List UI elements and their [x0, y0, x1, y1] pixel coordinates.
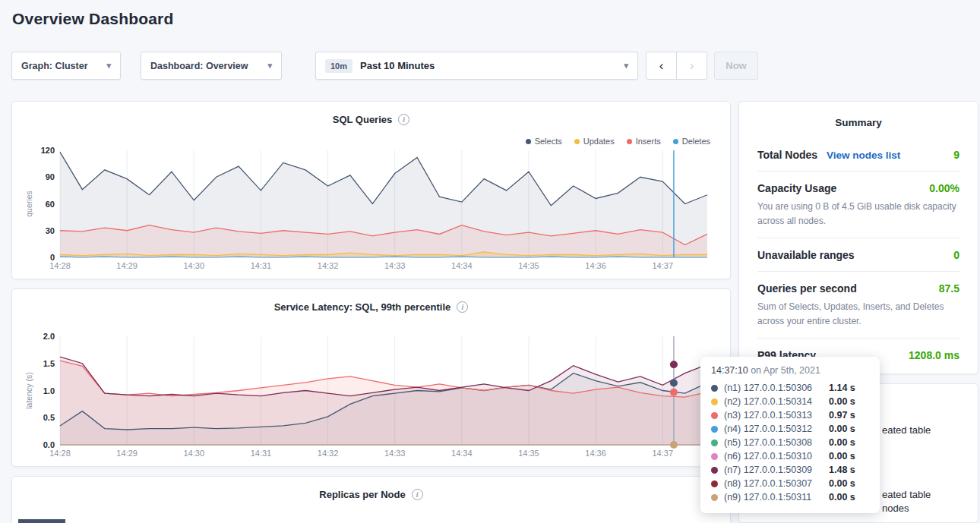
svg-text:0: 0 [50, 253, 55, 262]
node-address: (n2) 127.0.0.1:50314 [724, 396, 823, 407]
svg-text:14:30: 14:30 [184, 449, 205, 458]
dashboard-selector-dropdown[interactable]: Dashboard: Overview ▾ [141, 52, 282, 80]
capacity-usage-value: 0.00% [929, 182, 959, 194]
node-latency-value: 0.97 s [829, 410, 855, 421]
info-icon[interactable] [398, 114, 409, 125]
time-next-button[interactable]: › [676, 52, 707, 80]
chart-title: Replicas per Node [319, 489, 405, 500]
svg-text:120: 120 [41, 146, 55, 155]
tooltip-timestamp: 14:37:10 on Apr 5th, 2021 [711, 365, 869, 376]
svg-text:14:37: 14:37 [652, 449, 673, 458]
legend-color-dot [526, 139, 531, 144]
tooltip-node-row: (n7) 127.0.0.1:503091.48 s [711, 463, 869, 477]
view-nodes-list-link[interactable]: View nodes list [827, 150, 900, 161]
node-latency-value: 0.00 s [829, 492, 855, 503]
node-address: (n8) 127.0.0.1:50307 [724, 478, 823, 489]
time-range-badge: 10m [325, 59, 352, 73]
graph-selector-label: Graph: Cluster [21, 61, 88, 71]
legend-item-deletes[interactable]: Deletes [673, 137, 710, 146]
unavailable-ranges-value: 0 [953, 249, 959, 261]
node-latency-value: 0.00 s [829, 478, 855, 489]
svg-text:14:36: 14:36 [585, 261, 606, 270]
tooltip-node-row: (n3) 127.0.0.1:503130.97 s [711, 408, 869, 422]
legend-item-updates[interactable]: Updates [574, 137, 615, 146]
node-color-dot [711, 440, 718, 446]
node-color-dot [711, 426, 718, 433]
legend-color-dot [673, 139, 678, 144]
svg-text:14:37: 14:37 [652, 261, 673, 270]
svg-text:14:28: 14:28 [49, 261, 71, 270]
tooltip-node-row: (n2) 127.0.0.1:503140.00 s [711, 395, 869, 408]
node-color-dot [711, 399, 718, 405]
legend-label: Deletes [682, 137, 710, 146]
replicas-chart-title-row: Replicas per Node [12, 489, 730, 500]
summary-row-qps: Queries per second 87.5 Sum of Selects, … [757, 272, 959, 339]
chevron-right-icon: › [690, 58, 694, 74]
svg-text:14:31: 14:31 [251, 449, 272, 458]
svg-text:1.0: 1.0 [43, 386, 55, 395]
event-item-fragment: eated table [882, 424, 931, 436]
svg-text:14:29: 14:29 [116, 261, 138, 270]
svg-text:14:31: 14:31 [251, 261, 272, 270]
legend-label: Updates [583, 137, 615, 146]
summary-row-capacity: Capacity Usage 0.00% You are using 0 B o… [757, 172, 959, 238]
svg-text:14:33: 14:33 [384, 449, 406, 458]
svg-text:2.0: 2.0 [43, 332, 55, 341]
page-title: Overview Dashboard [12, 10, 174, 28]
chart-hover-tooltip: 14:37:10 on Apr 5th, 2021 (n1) 127.0.0.1… [700, 357, 880, 513]
replicas-per-node-chart-card: Replicas per Node [11, 476, 731, 523]
node-address: (n4) 127.0.0.1:50312 [724, 424, 823, 434]
event-item-fragment: eated table [882, 489, 931, 500]
chevron-down-icon: ▾ [106, 61, 111, 70]
legend-item-selects[interactable]: Selects [526, 137, 562, 146]
chevron-down-icon: ▾ [624, 61, 628, 70]
graph-selector-dropdown[interactable]: Graph: Cluster ▾ [11, 52, 121, 80]
tooltip-time: 14:37:10 [711, 365, 748, 376]
legend-label: Selects [535, 137, 562, 146]
legend-item-inserts[interactable]: Inserts [627, 137, 661, 146]
svg-text:1.5: 1.5 [43, 359, 55, 368]
svg-text:14:30: 14:30 [184, 261, 205, 270]
unavailable-ranges-label: Unavailable ranges [757, 249, 855, 261]
p99-latency-value: 1208.0 ms [909, 349, 959, 361]
node-color-dot [711, 467, 718, 474]
node-latency-value: 1.14 s [829, 383, 855, 393]
summary-row-unavailable-ranges: Unavailable ranges 0 [757, 238, 959, 272]
chevron-down-icon: ▾ [267, 61, 272, 70]
sql-queries-chart-card: SQL Queries SelectsUpdatesInsertsDeletes… [11, 101, 731, 279]
svg-text:0.0: 0.0 [43, 440, 55, 449]
total-nodes-value: 9 [953, 149, 959, 161]
node-latency-value: 0.00 s [829, 424, 855, 434]
info-icon[interactable] [412, 489, 423, 500]
summary-row-total-nodes: Total Nodes View nodes list 9 [757, 138, 959, 172]
svg-text:14:35: 14:35 [518, 449, 539, 458]
chart-title: SQL Queries [333, 114, 393, 125]
svg-text:14:33: 14:33 [384, 261, 406, 270]
chart-title: Service Latency: SQL, 99th percentile [274, 301, 451, 313]
svg-text:14:29: 14:29 [116, 449, 138, 458]
event-item-fragment: nodes [882, 503, 909, 514]
svg-text:60: 60 [46, 200, 55, 209]
sql-queries-chart[interactable]: 14:2814:2914:3014:3114:3214:3314:3414:35… [24, 146, 718, 273]
node-address: (n3) 127.0.0.1:50313 [724, 410, 823, 421]
time-prev-button[interactable]: ‹ [646, 52, 677, 80]
tooltip-rows: (n1) 127.0.0.1:503061.14 s(n2) 127.0.0.1… [711, 381, 869, 504]
capacity-usage-subtext: You are using 0 B of 4.5 GiB usable disk… [757, 200, 959, 228]
node-address: (n5) 127.0.0.1:50308 [724, 437, 823, 448]
legend-color-dot [627, 139, 632, 144]
qps-value: 87.5 [939, 282, 959, 295]
now-button[interactable]: Now [714, 52, 758, 80]
svg-text:14:32: 14:32 [318, 449, 339, 458]
tooltip-node-row: (n5) 127.0.0.1:503080.00 s [711, 436, 869, 449]
service-latency-chart[interactable]: 14:2814:2914:3014:3114:3214:3314:3414:35… [24, 332, 718, 460]
qps-subtext: Sum of Selects, Updates, Inserts, and De… [757, 300, 959, 328]
node-address: (n1) 127.0.0.1:50306 [724, 383, 823, 393]
node-address: (n6) 127.0.0.1:50310 [724, 451, 823, 462]
svg-text:30: 30 [46, 226, 55, 235]
svg-text:latency (s): latency (s) [24, 372, 33, 408]
tooltip-node-row: (n8) 127.0.0.1:503070.00 s [711, 477, 869, 490]
svg-text:90: 90 [46, 172, 55, 181]
info-icon[interactable] [457, 301, 468, 313]
time-range-selector[interactable]: 10m Past 10 Minutes ▾ [315, 52, 638, 80]
time-range-label: Past 10 Minutes [360, 60, 435, 71]
